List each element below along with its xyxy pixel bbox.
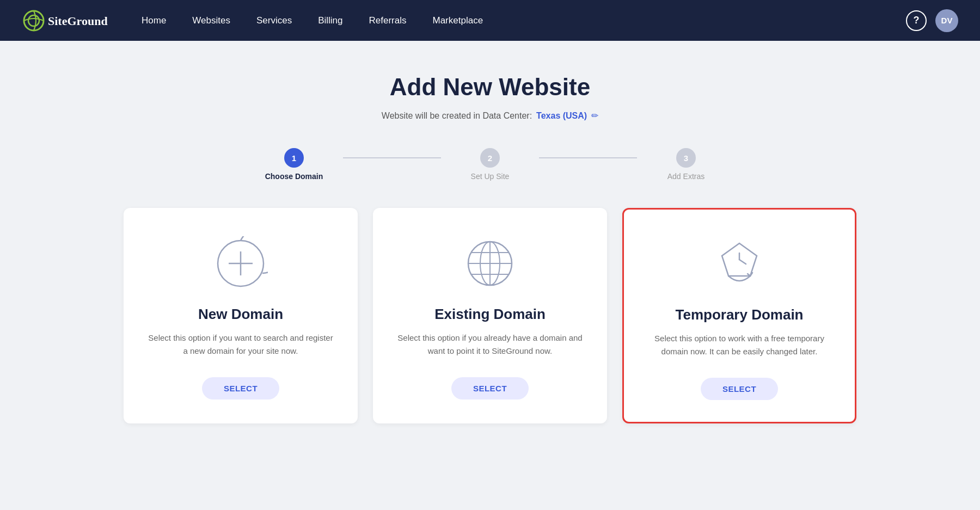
stepper: 1 Choose Domain 2 Set Up Site 3 Add Extr…	[245, 148, 735, 181]
step-line-2	[539, 157, 637, 158]
nav-websites[interactable]: Websites	[192, 15, 230, 26]
temporary-domain-select-button[interactable]: SELECT	[701, 378, 778, 400]
existing-domain-select-button[interactable]: SELECT	[451, 377, 529, 400]
step-1: 1 Choose Domain	[245, 148, 343, 181]
step-2-circle: 2	[480, 148, 500, 168]
page-title: Add New Website	[390, 73, 590, 101]
step-3-circle: 3	[676, 148, 696, 168]
step-1-circle: 1	[284, 148, 304, 168]
temporary-domain-icon	[712, 237, 767, 291]
step-3-label: Add Extras	[667, 172, 705, 181]
temporary-domain-card[interactable]: Temporary Domain Select this option to w…	[622, 208, 856, 423]
step-line-1	[343, 157, 441, 158]
nav-services[interactable]: Services	[256, 15, 292, 26]
temporary-domain-title: Temporary Domain	[675, 306, 803, 323]
temporary-domain-description: Select this option to work with a free t…	[647, 332, 832, 358]
navbar: SiteGround Home Websites Services Billin…	[0, 0, 980, 41]
edit-icon[interactable]: ✏	[591, 110, 598, 121]
new-domain-title: New Domain	[198, 306, 283, 323]
step-2-label: Set Up Site	[471, 172, 510, 181]
subtitle: Website will be created in Data Center: …	[382, 110, 598, 121]
help-button[interactable]: ?	[906, 10, 927, 31]
subtitle-text: Website will be created in Data Center:	[382, 111, 532, 121]
new-domain-select-button[interactable]: SELECT	[202, 377, 279, 400]
svg-point-1	[28, 15, 39, 26]
step-1-label: Choose Domain	[265, 172, 323, 181]
existing-domain-title: Existing Domain	[434, 306, 546, 323]
step-3: 3 Add Extras	[637, 148, 735, 181]
logo[interactable]: SiteGround	[22, 9, 109, 33]
nav-links: Home Websites Services Billing Referrals…	[142, 15, 906, 26]
nav-referrals[interactable]: Referrals	[369, 15, 407, 26]
new-domain-card[interactable]: New Domain Select this option if you wan…	[124, 208, 358, 423]
existing-domain-description: Select this option if you already have a…	[397, 331, 583, 358]
step-2: 2 Set Up Site	[441, 148, 539, 181]
nav-home[interactable]: Home	[142, 15, 166, 26]
svg-text:SiteGround: SiteGround	[48, 14, 108, 28]
existing-domain-card[interactable]: Existing Domain Select this option if yo…	[373, 208, 607, 423]
datacenter-link[interactable]: Texas (USA)	[536, 111, 587, 121]
svg-point-0	[24, 11, 44, 30]
nav-billing[interactable]: Billing	[318, 15, 342, 26]
svg-line-13	[739, 260, 746, 264]
cards-container: New Domain Select this option if you wan…	[109, 208, 871, 423]
nav-right: ? DV	[906, 9, 958, 32]
existing-domain-icon	[463, 236, 517, 291]
main-content: Add New Website Website will be created …	[0, 41, 980, 445]
new-domain-description: Select this option if you want to search…	[148, 331, 333, 358]
avatar-button[interactable]: DV	[935, 9, 958, 32]
nav-marketplace[interactable]: Marketplace	[432, 15, 483, 26]
new-domain-icon	[213, 236, 268, 291]
